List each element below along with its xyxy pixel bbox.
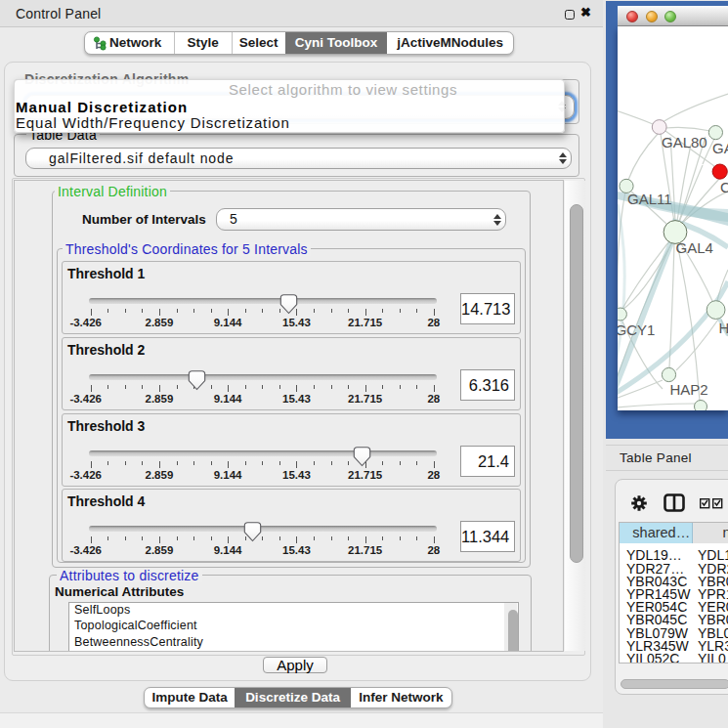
svg-text:GAL80: GAL80 [662,134,707,150]
svg-text:GAL4: GAL4 [676,239,713,256]
svg-text:GAL11: GAL11 [627,191,672,207]
svg-text:CY: CY [720,179,728,195]
svg-text:HIS: HIS [719,320,728,336]
svg-text:GCY1: GCY1 [618,321,655,338]
svg-text:HAP2: HAP2 [670,381,708,398]
svg-text:GA: GA [712,140,728,156]
